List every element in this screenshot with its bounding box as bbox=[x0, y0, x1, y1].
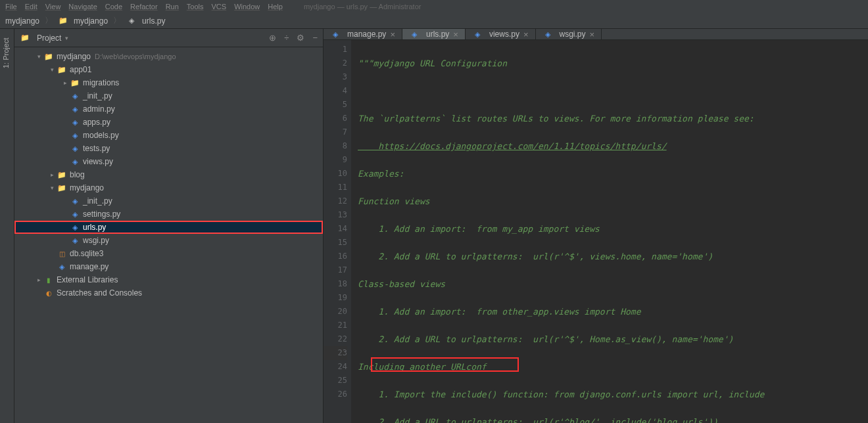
py-icon bbox=[70, 143, 80, 154]
tree-item[interactable]: apps.py bbox=[14, 116, 323, 129]
menu-run[interactable]: Run bbox=[166, 3, 179, 11]
line-number[interactable]: 3 bbox=[324, 70, 347, 84]
code-text: Examples: bbox=[358, 169, 404, 179]
code-text: Function views bbox=[358, 196, 430, 206]
tree-item-label: views.py bbox=[83, 157, 113, 166]
line-number[interactable]: 24 bbox=[324, 360, 347, 374]
tree-item[interactable]: _init_.py bbox=[14, 89, 323, 102]
editor-body[interactable]: 1234567891011121314151617181920212223242… bbox=[324, 40, 868, 423]
line-number[interactable]: 16 bbox=[324, 250, 347, 263]
editor-tab[interactable]: urls.py× bbox=[402, 29, 466, 39]
tool-window-strip[interactable]: 1: Project bbox=[0, 29, 14, 423]
menu-refactor[interactable]: Refactor bbox=[130, 3, 158, 11]
tree-item[interactable]: _init_.py bbox=[14, 194, 323, 208]
line-number[interactable]: 11 bbox=[324, 181, 347, 194]
close-icon[interactable]: × bbox=[523, 30, 529, 39]
menu-tools[interactable]: Tools bbox=[187, 3, 204, 11]
editor-tab[interactable]: views.py× bbox=[466, 29, 536, 39]
editor-tabs[interactable]: manage.py×urls.py×views.py×wsgi.py× bbox=[324, 29, 868, 40]
line-number[interactable]: 6 bbox=[324, 112, 347, 125]
menu-vcs[interactable]: VCS bbox=[212, 3, 227, 11]
tree-item-path: D:\web\devops\mydjango bbox=[95, 53, 176, 60]
gear-icon[interactable]: ⚙ bbox=[297, 33, 304, 43]
menu-window[interactable]: Window bbox=[234, 3, 260, 11]
line-number[interactable]: 18 bbox=[324, 277, 347, 291]
tree-item[interactable]: Scratches and Consoles bbox=[14, 286, 323, 300]
tree-item[interactable]: settings.py bbox=[14, 208, 323, 221]
menu-code[interactable]: Code bbox=[105, 3, 122, 11]
gutter[interactable]: 1234567891011121314151617181920212223242… bbox=[324, 40, 351, 423]
line-number[interactable]: 25 bbox=[324, 374, 347, 388]
line-number[interactable]: 22 bbox=[324, 332, 347, 346]
line-number[interactable]: 26 bbox=[324, 388, 347, 401]
menu-view[interactable]: View bbox=[45, 3, 61, 11]
line-number[interactable]: 15 bbox=[324, 236, 347, 250]
tree-arrow-icon[interactable]: ▸ bbox=[60, 79, 70, 86]
menubar[interactable]: File Edit View Navigate Code Refactor Ru… bbox=[0, 0, 868, 13]
code-text: 2. Add a URL to urlpatterns: url(r'^blog… bbox=[358, 417, 718, 423]
tree-arrow-icon[interactable]: ▸ bbox=[34, 277, 43, 283]
python-file-icon bbox=[330, 29, 341, 39]
line-number[interactable]: 8 bbox=[324, 139, 347, 153]
tree-item[interactable]: views.py bbox=[14, 155, 323, 168]
line-number[interactable]: 4 bbox=[324, 84, 347, 98]
line-number[interactable]: 20 bbox=[324, 305, 347, 319]
breadcrumb-file[interactable]: urls.py bbox=[142, 16, 165, 26]
line-number[interactable]: 2 bbox=[324, 56, 347, 70]
project-panel: Project ▾ ⊕ ÷ ⚙ − ▾mydjangoD:\web\devops… bbox=[14, 29, 324, 423]
line-number[interactable]: 23 bbox=[324, 346, 347, 360]
tree-item[interactable]: ▾app01 bbox=[14, 63, 323, 76]
tree-item[interactable]: ▸External Libraries bbox=[14, 273, 323, 286]
tree-item[interactable]: urls.py bbox=[14, 221, 323, 234]
line-number[interactable]: 7 bbox=[324, 125, 347, 139]
hide-icon[interactable]: − bbox=[312, 33, 318, 43]
dropdown-icon[interactable]: ▾ bbox=[65, 35, 68, 41]
menu-edit[interactable]: Edit bbox=[25, 3, 37, 11]
line-number[interactable]: 19 bbox=[324, 291, 347, 305]
line-number[interactable]: 9 bbox=[324, 153, 347, 167]
line-number[interactable]: 5 bbox=[324, 98, 347, 112]
python-file-icon bbox=[542, 29, 553, 39]
collapse-icon[interactable]: ÷ bbox=[284, 33, 289, 43]
tree-arrow-icon[interactable]: ▾ bbox=[47, 185, 57, 191]
menu-file[interactable]: File bbox=[5, 3, 17, 11]
line-number[interactable]: 12 bbox=[324, 194, 347, 208]
line-number[interactable]: 14 bbox=[324, 222, 347, 236]
code-editor[interactable]: """mydjango URL Configuration The `urlpa… bbox=[351, 40, 868, 423]
breadcrumb-folder[interactable]: mydjango bbox=[74, 16, 108, 26]
tree-item[interactable]: ▾mydjangoD:\web\devops\mydjango bbox=[14, 50, 323, 63]
project-tree[interactable]: ▾mydjangoD:\web\devops\mydjango▾app01▸mi… bbox=[14, 47, 323, 423]
line-number[interactable]: 10 bbox=[324, 167, 347, 181]
breadcrumb[interactable]: mydjango 〉 mydjango 〉 urls.py bbox=[0, 13, 868, 29]
locate-icon[interactable]: ⊕ bbox=[269, 33, 276, 43]
tree-item[interactable]: admin.py bbox=[14, 102, 323, 116]
breadcrumb-root[interactable]: mydjango bbox=[5, 16, 39, 26]
close-icon[interactable]: × bbox=[390, 30, 395, 39]
line-number[interactable]: 21 bbox=[324, 319, 347, 332]
code-text: 1. Import the include() function: from d… bbox=[358, 390, 764, 399]
tree-item[interactable]: wsgi.py bbox=[14, 234, 323, 247]
editor-tab[interactable]: wsgi.py× bbox=[536, 29, 602, 39]
tree-item[interactable]: ▾mydjango bbox=[14, 181, 323, 194]
tree-item[interactable]: tests.py bbox=[14, 142, 323, 155]
tree-item[interactable]: models.py bbox=[14, 129, 323, 142]
tree-item[interactable]: db.sqlite3 bbox=[14, 247, 323, 260]
line-number[interactable]: 1 bbox=[324, 43, 347, 56]
menu-help[interactable]: Help bbox=[268, 3, 283, 11]
project-tool-tab[interactable]: 1: Project bbox=[2, 38, 10, 68]
tree-arrow-icon[interactable]: ▾ bbox=[47, 66, 57, 73]
close-icon[interactable]: × bbox=[453, 30, 458, 39]
close-icon[interactable]: × bbox=[590, 30, 595, 39]
titlebar-extra: mydjango — urls.py — Administrator bbox=[304, 3, 422, 11]
editor-tab[interactable]: manage.py× bbox=[324, 29, 402, 39]
tree-item[interactable]: ▸migrations bbox=[14, 76, 323, 89]
tree-item[interactable]: manage.py bbox=[14, 260, 323, 273]
line-number[interactable]: 13 bbox=[324, 208, 347, 222]
tree-item-label: apps.py bbox=[83, 118, 110, 127]
tree-arrow-icon[interactable]: ▸ bbox=[47, 171, 57, 178]
tree-item[interactable]: ▸blog bbox=[14, 168, 323, 181]
folder-icon bbox=[57, 183, 67, 193]
menu-navigate[interactable]: Navigate bbox=[68, 3, 97, 11]
line-number[interactable]: 17 bbox=[324, 263, 347, 277]
tree-arrow-icon[interactable]: ▾ bbox=[34, 53, 43, 60]
